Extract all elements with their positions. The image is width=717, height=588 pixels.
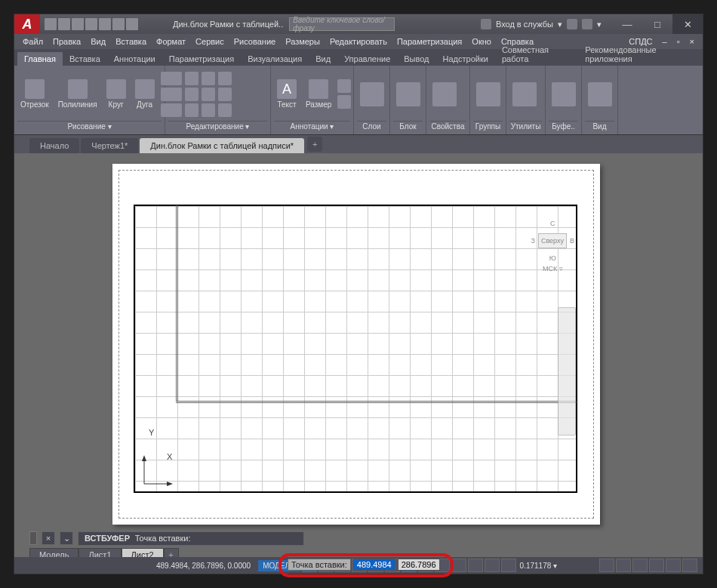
ribtab-addins[interactable]: Надстройки xyxy=(436,52,495,66)
tool-layers[interactable] xyxy=(357,81,387,108)
tool-arc[interactable]: Дуга xyxy=(132,78,158,110)
qat-open-icon[interactable] xyxy=(58,18,70,30)
status-annoauto-icon[interactable] xyxy=(501,559,516,572)
drawing-line xyxy=(176,402,577,403)
menu-insert[interactable]: Вставка xyxy=(112,36,150,47)
cmdline-close-icon[interactable]: × xyxy=(42,531,55,545)
properties-icon xyxy=(432,82,457,106)
panel-annot-label[interactable]: Аннотации ▾ xyxy=(274,121,350,133)
menu-format[interactable]: Формат xyxy=(152,36,189,47)
tool-block[interactable] xyxy=(393,81,423,108)
qat-saveas-icon[interactable] xyxy=(85,18,97,30)
stretch-icon[interactable] xyxy=(168,103,182,117)
tool-groups[interactable] xyxy=(473,81,503,108)
qat-save-icon[interactable] xyxy=(72,18,84,30)
tool-dimension[interactable]: Размер xyxy=(303,78,334,110)
menu-window[interactable]: Окно xyxy=(468,36,495,47)
status-coordinates[interactable]: 489.4984, 286.7896, 0.0000 xyxy=(150,562,257,570)
search-input[interactable]: Введите ключевое слово/фразу xyxy=(289,17,395,31)
trim-icon[interactable] xyxy=(202,72,215,85)
title-bar: A Дин.блок Рамки с таблицей.. Введите кл… xyxy=(14,14,703,34)
ribtab-view[interactable]: Вид xyxy=(309,52,337,66)
tool-polyline[interactable]: Полилиния xyxy=(55,78,100,110)
viewcube[interactable]: С ЗСверхуВ Ю МСК ▿ xyxy=(531,217,574,276)
login-dropdown-icon[interactable]: ▾ xyxy=(558,20,562,29)
tool-view[interactable] xyxy=(585,81,615,108)
doctab-dynblock[interactable]: Дин.блок Рамки с таблицей надписи* xyxy=(140,138,304,153)
qat-redo-icon[interactable] xyxy=(126,18,138,30)
leader-icon[interactable] xyxy=(337,79,351,93)
panel-modify-label[interactable]: Редактирование ▾ xyxy=(168,121,267,133)
ribtab-visualize[interactable]: Визуализация xyxy=(241,52,309,66)
status-lock-icon[interactable] xyxy=(616,559,631,572)
drawing-area[interactable]: С ЗСверхуВ Ю МСК ▿ YX Точка вставки: 489… xyxy=(14,153,703,528)
tool-line[interactable]: Отрезок xyxy=(17,78,52,110)
tool-clipboard[interactable] xyxy=(549,81,579,108)
status-annoscale-icon[interactable] xyxy=(468,559,483,572)
maximize-button[interactable]: □ xyxy=(642,14,672,34)
scale-icon[interactable] xyxy=(185,103,198,117)
cmdline-options-icon[interactable]: ⌄ xyxy=(60,531,73,545)
minimize-button[interactable]: — xyxy=(612,14,642,34)
user-icon[interactable] xyxy=(481,19,491,29)
status-hardware-icon[interactable] xyxy=(632,559,648,572)
qat-plot-icon[interactable] xyxy=(99,18,111,30)
ribtab-manage[interactable]: Управление xyxy=(337,52,397,66)
ribtab-home[interactable]: Главная xyxy=(17,52,63,66)
help-icon[interactable] xyxy=(582,19,592,29)
tool-text[interactable]: AТекст xyxy=(274,78,300,110)
rotate-icon[interactable] xyxy=(185,72,198,85)
ribtab-insert[interactable]: Вставка xyxy=(63,52,107,66)
mirror-icon[interactable] xyxy=(185,88,198,101)
status-clean-icon[interactable] xyxy=(666,559,681,572)
menu-parametric[interactable]: Параметризация xyxy=(393,36,466,47)
tool-properties[interactable] xyxy=(429,81,460,108)
modify-icon[interactable] xyxy=(218,88,232,101)
table-icon[interactable] xyxy=(337,95,351,109)
status-workspace-icon[interactable] xyxy=(599,559,614,572)
array-icon[interactable] xyxy=(202,103,215,117)
copy-icon[interactable] xyxy=(168,88,182,101)
qat-undo-icon[interactable] xyxy=(112,18,125,30)
modify-icon[interactable] xyxy=(218,103,232,117)
status-custom-icon[interactable] xyxy=(682,559,697,572)
ribbon: Отрезок Полилиния Круг Дуга Рисование ▾ … xyxy=(14,66,703,135)
panel-draw-label[interactable]: Рисование ▾ xyxy=(17,121,162,133)
command-text[interactable]: ВСТБУФЕР Точка вставки: xyxy=(78,531,304,546)
status-isolate-icon[interactable] xyxy=(649,559,664,572)
status-scale[interactable]: 0.171178 ▾ xyxy=(517,562,561,570)
doctab-add-button[interactable]: + xyxy=(307,137,322,152)
menu-draw[interactable]: Рисование xyxy=(230,36,279,47)
tool-circle[interactable]: Круг xyxy=(103,78,129,110)
qat-new-icon[interactable] xyxy=(45,18,57,30)
exchange-icon[interactable] xyxy=(567,19,577,29)
ribtab-output[interactable]: Вывод xyxy=(397,52,435,66)
ribtab-collaborate[interactable]: Совместная работа xyxy=(495,43,578,66)
wcs-label[interactable]: МСК ▿ xyxy=(531,265,574,272)
ucs-icon: YX xyxy=(140,455,173,490)
modify-icon[interactable] xyxy=(218,72,232,85)
paper-space[interactable]: С ЗСверхуВ Ю МСК ▿ YX xyxy=(112,164,600,525)
login-link[interactable]: Вход в службы xyxy=(496,20,553,29)
menu-tools[interactable]: Сервис xyxy=(192,36,228,47)
fillet-icon[interactable] xyxy=(202,88,215,101)
viewport-frame[interactable] xyxy=(134,205,577,493)
cmdline-grip-icon[interactable] xyxy=(29,531,37,545)
doctab-drawing1[interactable]: Чертеж1* xyxy=(81,138,138,153)
menu-modify[interactable]: Редактировать xyxy=(326,36,391,47)
app-logo[interactable]: A xyxy=(14,14,40,34)
move-icon[interactable] xyxy=(168,72,182,85)
tool-utilities[interactable] xyxy=(509,81,540,108)
menu-dimension[interactable]: Размеры xyxy=(282,36,324,47)
menu-edit[interactable]: Правка xyxy=(49,36,85,47)
status-annovis-icon[interactable] xyxy=(485,559,500,572)
menu-view[interactable]: Вид xyxy=(87,36,109,47)
command-line[interactable]: × ⌄ ВСТБУФЕР Точка вставки: xyxy=(29,530,304,546)
menu-file[interactable]: Файл xyxy=(19,36,47,47)
ribtab-parametric[interactable]: Параметризация xyxy=(162,52,241,66)
close-button[interactable]: ✕ xyxy=(672,14,703,34)
ribtab-annotate[interactable]: Аннотации xyxy=(107,52,162,66)
navigation-bar[interactable] xyxy=(558,307,576,436)
doctab-start[interactable]: Начало xyxy=(29,138,79,153)
ribtab-featured[interactable]: Рекомендованные приложения xyxy=(578,43,703,66)
